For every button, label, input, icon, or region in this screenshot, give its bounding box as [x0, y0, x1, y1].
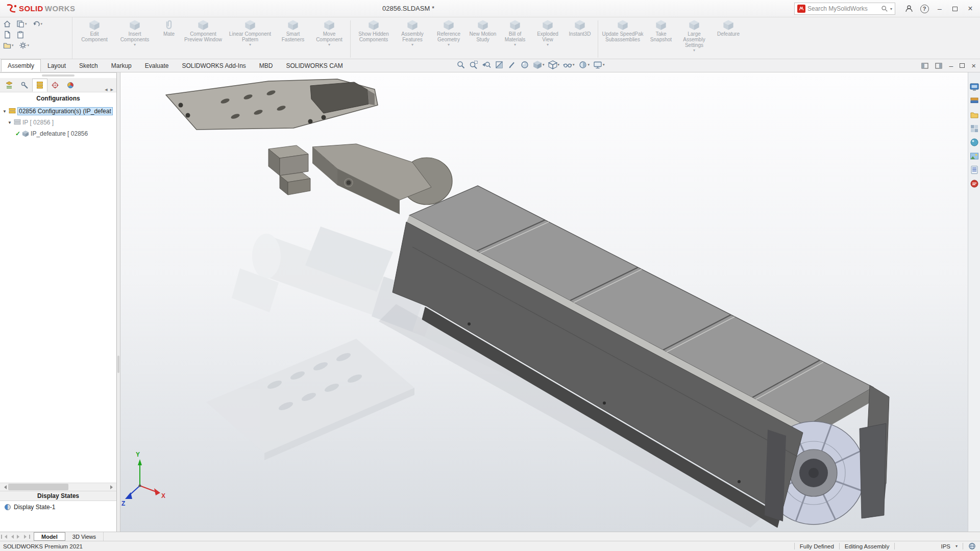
hide-show-items-button[interactable]: ▾	[563, 60, 575, 69]
doc-restore-button[interactable]	[960, 63, 965, 68]
tab-3d-views[interactable]: 3D Views	[65, 532, 104, 541]
doc-close-button[interactable]: ×	[971, 61, 976, 70]
scroll-left-button[interactable]	[0, 483, 8, 491]
apply-scene-button[interactable]	[520, 60, 529, 69]
tree-expand-arrow[interactable]: ▼	[7, 120, 12, 125]
pane-left-icon[interactable]	[921, 63, 928, 69]
zoom-to-area-button[interactable]	[469, 60, 478, 69]
tree-label-ip-defeature[interactable]: IP_defeature [ 02856	[31, 130, 88, 137]
pane-right-icon[interactable]	[935, 63, 942, 69]
help-button[interactable]: ?	[917, 2, 932, 16]
tree-row-ip-configuration[interactable]: ▼ IP [ 02856 ]	[0, 117, 116, 128]
panel-tab-overflow-arrows[interactable]: ◀ ▶	[105, 88, 116, 92]
next-tab-button[interactable]	[15, 533, 23, 541]
bill-of-materials-button[interactable]: Bill of Materials ▾	[500, 19, 530, 47]
splitter-handle[interactable]	[117, 356, 119, 373]
insert-components-button[interactable]: Insert Components ▾	[114, 19, 155, 47]
view-palette-icon[interactable]	[970, 124, 979, 133]
tab-mbd[interactable]: MBD	[253, 59, 280, 72]
account-button[interactable]	[901, 2, 917, 16]
take-snapshot-button[interactable]: Take Snapshot	[646, 19, 676, 47]
assembly-features-button[interactable]: Assembly Features ▾	[396, 19, 429, 47]
tab-assembly[interactable]: Assembly	[1, 59, 41, 72]
doc-minimize-button[interactable]: –	[949, 62, 953, 70]
units-caret-icon[interactable]: ▾	[955, 544, 958, 548]
tab-dimxpertmanager[interactable]	[47, 79, 63, 92]
file-explorer-icon[interactable]	[970, 110, 979, 119]
options-button[interactable]: ▾	[19, 41, 30, 49]
properties-button[interactable]	[16, 31, 24, 39]
tab-propertymanager[interactable]	[17, 79, 32, 92]
tree-row-root-configuration[interactable]: ▼ 02856 Configuration(s) (IP_defeat	[0, 106, 116, 117]
tree-expand-arrow[interactable]: ▼	[2, 109, 7, 114]
tab-solidworks-add-ins[interactable]: SOLIDWORKS Add-Ins	[175, 59, 252, 72]
previous-view-button[interactable]	[482, 60, 491, 69]
view-orientation-button[interactable]: ▾	[533, 60, 545, 69]
panel-splitter-grip[interactable]	[0, 73, 116, 78]
assembly-model[interactable]	[166, 79, 889, 528]
display-state-row[interactable]: Display State-1	[0, 501, 116, 513]
custom-properties-icon[interactable]	[970, 165, 979, 174]
instant3d-button[interactable]: Instant3D	[565, 19, 595, 41]
search-icon[interactable]	[881, 5, 888, 12]
last-tab-button[interactable]	[23, 533, 31, 541]
units-selector[interactable]: IPS	[941, 543, 950, 549]
graphics-viewport[interactable]: Y X Z	[120, 72, 968, 532]
undo-button[interactable]: ▾	[32, 20, 43, 28]
component-preview-window-button[interactable]: Component Preview Window	[183, 19, 224, 47]
minimize-button[interactable]: –	[932, 2, 947, 16]
new-motion-study-button[interactable]: New Motion Study	[468, 19, 498, 47]
mate-button[interactable]: Mate	[157, 19, 181, 41]
move-component-button[interactable]: Move Component ▾	[311, 19, 347, 47]
reference-geometry-button[interactable]: Reference Geometry ▾	[431, 19, 466, 47]
new-document-button[interactable]	[3, 31, 11, 39]
zoom-to-fit-button[interactable]	[456, 60, 465, 69]
tab-layout[interactable]: Layout	[41, 59, 72, 72]
tab-solidworks-cam[interactable]: SOLIDWORKS CAM	[280, 59, 350, 72]
linear-component-pattern-button[interactable]: Linear Component Pattern ▾	[226, 19, 275, 47]
scrollbar-thumb[interactable]	[8, 484, 68, 490]
close-button[interactable]: ×	[963, 2, 978, 16]
tab-markup[interactable]: Markup	[105, 59, 138, 72]
save-button[interactable]: ▾	[16, 20, 27, 28]
defeature-button[interactable]: Defeature	[713, 19, 744, 41]
annotation-button[interactable]	[507, 60, 517, 69]
tab-model[interactable]: Model	[34, 532, 65, 541]
display-style-button[interactable]: ▾	[548, 60, 560, 69]
tab-featuremanager-tree[interactable]	[2, 79, 17, 92]
open-button[interactable]: ▾	[3, 41, 14, 49]
appearances-scenes-icon[interactable]	[970, 138, 979, 147]
smart-fasteners-button[interactable]: Smart Fasteners	[277, 19, 309, 47]
first-tab-button[interactable]	[0, 533, 8, 541]
tab-displaymanager[interactable]	[63, 79, 78, 92]
scene-illumination-icon[interactable]	[970, 152, 979, 161]
edit-appearance-button[interactable]: ▾	[578, 60, 590, 69]
search-input[interactable]	[807, 5, 879, 12]
home-button[interactable]	[3, 20, 11, 28]
large-assembly-settings-button[interactable]: Large Assembly Settings ▾	[678, 19, 710, 53]
exploded-view-button[interactable]: Exploded View ▾	[532, 19, 563, 47]
tree-label-root[interactable]: 02856 Configuration(s) (IP_defeat	[17, 107, 113, 115]
view-settings-button[interactable]: ▾	[593, 60, 605, 69]
design-library-icon[interactable]	[970, 96, 979, 106]
section-view-button[interactable]	[495, 60, 504, 69]
show-hidden-components-button[interactable]: Show Hidden Components	[354, 19, 394, 47]
tree-label-ip[interactable]: IP [ 02856 ]	[22, 119, 54, 126]
solidworks-forum-icon[interactable]	[970, 179, 979, 188]
panel-viewport-splitter[interactable]	[117, 72, 120, 532]
search-box[interactable]: ▾	[794, 3, 895, 15]
tab-sketch[interactable]: Sketch	[72, 59, 105, 72]
scrollbar-track[interactable]	[8, 483, 108, 491]
tab-configurationmanager[interactable]	[32, 79, 47, 92]
maximize-button[interactable]	[947, 2, 963, 16]
previous-tab-button[interactable]	[8, 533, 15, 541]
search-scope-caret[interactable]: ▾	[890, 7, 892, 11]
solidworks-resources-icon[interactable]	[970, 83, 979, 92]
edit-component-button[interactable]: Edit Component	[77, 19, 112, 47]
globe-icon[interactable]	[968, 542, 976, 550]
assembly-scene[interactable]: Y X Z	[120, 72, 968, 532]
tree-row-ip-defeature[interactable]: ✓ IP_defeature [ 02856	[0, 128, 116, 139]
scroll-right-button[interactable]	[108, 483, 116, 491]
panel-horizontal-scrollbar[interactable]	[0, 483, 116, 491]
update-speedpak-button[interactable]: Update SpeedPak Subassemblies	[601, 19, 644, 47]
